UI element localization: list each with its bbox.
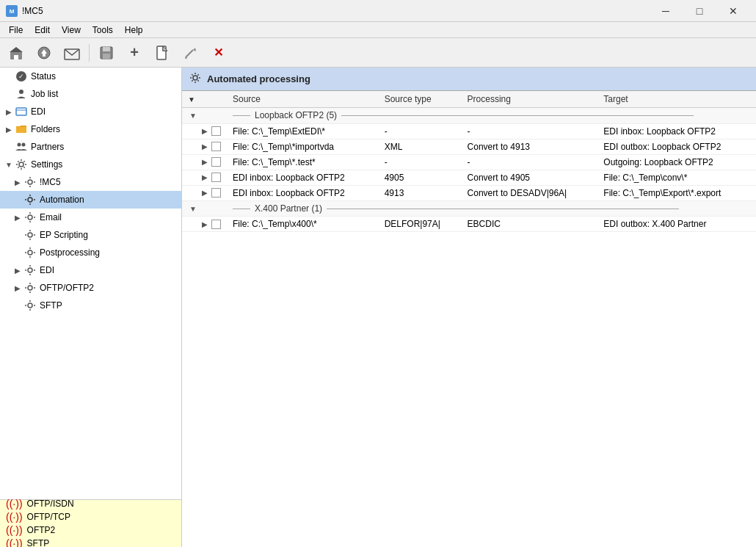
expander-edi[interactable]: ▶ [3, 106, 15, 117]
inbox-button[interactable] [59, 41, 85, 65]
row-expand-icon[interactable]: ▶ [200, 188, 210, 198]
row-processing: - [462, 154, 598, 170]
sidebar-item-automation[interactable]: Automation [0, 191, 181, 209]
row-expand-icon[interactable]: ▶ [200, 157, 210, 167]
table-area[interactable]: ▼ Source Source type Processing Target ▼… [182, 91, 756, 547]
row-expand-icon[interactable]: ▶ [200, 173, 210, 183]
sidebar-item-edi[interactable]: ▶ EDI [0, 103, 181, 120]
sidebar-item-imc5[interactable]: ▶ !MC5 [0, 173, 181, 191]
window-controls: ─ □ ✕ [649, 0, 750, 22]
upload-button[interactable] [31, 41, 57, 65]
save-button[interactable] [93, 41, 120, 65]
row-checkbox[interactable] [211, 142, 221, 151]
sidebar-item-joblist[interactable]: Job list [0, 85, 181, 103]
email-icon [23, 211, 37, 224]
sftp-icon [23, 299, 37, 312]
sftp-status[interactable]: ((·)) SFTP [6, 537, 175, 547]
row-checkbox[interactable] [211, 126, 221, 136]
group-row[interactable]: ▼ —— X.400 Partner (1) —————————————————… [182, 200, 756, 217]
svg-text:✓: ✓ [18, 73, 24, 80]
expander-imc5[interactable]: ▶ [12, 176, 23, 188]
expander-folders[interactable]: ▶ [3, 123, 15, 135]
oftp2-status[interactable]: ((·)) OFTP2 [6, 524, 175, 536]
expander-settings[interactable]: ▼ [3, 159, 15, 170]
sidebar-item-postprocessing[interactable]: Postprocessing [0, 244, 181, 261]
sidebar-item-edi2[interactable]: ▶ EDI [0, 261, 181, 279]
sidebar-item-settings[interactable]: ▼ Settings [0, 156, 181, 173]
row-target: File: C:\_Temp\Export\*.export [597, 185, 756, 200]
sidebar-item-partners[interactable]: Partners [0, 138, 181, 156]
row-source-type: 4905 [379, 170, 462, 185]
sidebar-label-sftp: SFTP [40, 300, 62, 311]
menu-edit[interactable]: Edit [29, 23, 56, 37]
row-expander-cell[interactable]: ▶ [182, 185, 227, 200]
row-checkbox[interactable] [211, 220, 221, 229]
row-expander-cell[interactable]: ▶ [182, 139, 227, 154]
row-expander-cell[interactable]: ▶ [182, 170, 227, 185]
menu-file[interactable]: File [3, 23, 29, 37]
sidebar-item-ep-scripting[interactable]: EP Scripting [0, 226, 181, 244]
group-expander-icon[interactable]: ▼ [188, 111, 198, 121]
sidebar-item-email[interactable]: ▶ Email [0, 209, 181, 226]
group-expander-cell[interactable]: ▼ [182, 200, 227, 217]
group-expander-icon[interactable]: ▼ [188, 203, 198, 214]
sidebar-item-folders[interactable]: ▶ Folders [0, 120, 181, 138]
oftp-isdn-status[interactable]: ((·)) OFTP/ISDN [6, 498, 175, 510]
ep-scripting-icon [23, 228, 37, 242]
settings-icon [15, 158, 28, 171]
svg-marker-15 [193, 48, 196, 51]
content-area: Automated processing ▼ Source Source typ… [182, 68, 756, 547]
maximize-button[interactable]: □ [683, 0, 716, 22]
title-bar: M !MC5 ─ □ ✕ [0, 0, 756, 22]
oftp-isdn-label: OFTP/ISDN [27, 499, 74, 509]
menu-tools[interactable]: Tools [87, 23, 119, 37]
app-icon: M [6, 5, 18, 17]
sidebar-item-oftp-oftp2[interactable]: ▶ OFTP/OFTP2 [0, 279, 181, 297]
expander-oftp-oftp2[interactable]: ▶ [12, 282, 23, 294]
row-expand-icon[interactable]: ▶ [200, 219, 210, 229]
row-checkbox[interactable] [211, 188, 221, 198]
expander-sftp [12, 300, 23, 311]
home-button[interactable] [3, 41, 29, 65]
row-checkbox[interactable] [211, 157, 221, 167]
group-expander-cell[interactable]: ▼ [182, 108, 227, 124]
oftp-isdn-icon: ((·)) [6, 498, 23, 510]
table-row[interactable]: ▶ EDI inbox: Loopback OFTP2 4913 Convert… [182, 185, 756, 200]
table-row[interactable]: ▶ File: C:\_Temp\*.test* - - Outgoing: L… [182, 154, 756, 170]
svg-rect-4 [14, 55, 18, 59]
col-source: Source [227, 91, 379, 108]
col-target: Target [597, 91, 756, 108]
row-expand-icon[interactable]: ▶ [200, 126, 210, 137]
sidebar-label-email: Email [40, 212, 62, 222]
edit-button[interactable] [177, 41, 203, 65]
menu-view[interactable]: View [56, 23, 87, 37]
group-row[interactable]: ▼ —— Loopback OFTP2 (5) ————————————————… [182, 108, 756, 124]
main-area: ✓ Status Job list ▶ EDI [0, 68, 756, 547]
delete-button[interactable]: ✕ [205, 41, 231, 65]
table-row[interactable]: ▶ File: C:\_Temp\ExtEDI\* - - EDI inbox:… [182, 123, 756, 139]
row-source: EDI inbox: Loopback OFTP2 [227, 170, 379, 185]
row-checkbox[interactable] [211, 173, 221, 182]
expander-partners [3, 141, 15, 153]
expander-edi2[interactable]: ▶ [12, 264, 23, 276]
oftp-tcp-status[interactable]: ((·)) OFTP/TCP [6, 511, 175, 523]
new-doc-button[interactable] [149, 41, 175, 65]
table-row[interactable]: ▶ EDI inbox: Loopback OFTP2 4905 Convert… [182, 170, 756, 185]
table-row[interactable]: ▶ File: C:\_Temp\x400\* DELFOR|97A| EBCD… [182, 217, 756, 232]
oftp-tcp-icon: ((·)) [6, 511, 23, 523]
table-row[interactable]: ▶ File: C:\_Temp\*importvda XML Convert … [182, 139, 756, 154]
sidebar-label-oftp-oftp2: OFTP/OFTP2 [40, 283, 94, 293]
row-expand-icon[interactable]: ▶ [200, 142, 210, 152]
oftp2-icon: ((·)) [6, 524, 23, 536]
expander-email[interactable]: ▶ [12, 211, 23, 223]
row-expander-cell[interactable]: ▶ [182, 154, 227, 170]
row-expander-cell[interactable]: ▶ [182, 123, 227, 139]
sidebar-item-sftp[interactable]: SFTP [0, 297, 181, 314]
add-button[interactable]: + [121, 41, 148, 65]
folders-icon [15, 123, 28, 136]
minimize-button[interactable]: ─ [649, 0, 683, 22]
close-button[interactable]: ✕ [716, 0, 750, 22]
menu-help[interactable]: Help [119, 23, 149, 37]
row-expander-cell[interactable]: ▶ [182, 217, 227, 232]
sidebar-item-status[interactable]: ✓ Status [0, 68, 181, 85]
